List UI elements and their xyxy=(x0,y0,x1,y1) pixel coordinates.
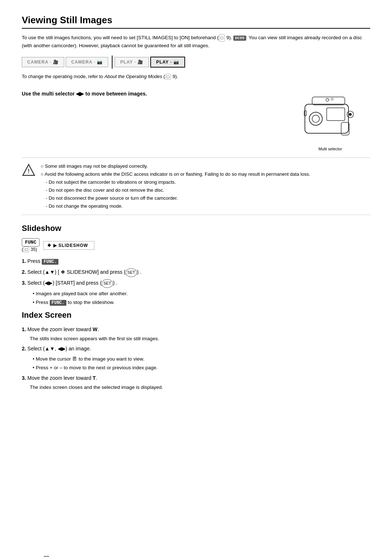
func-ref: (□ 35) xyxy=(22,247,40,252)
camera-photo-label: CAMERA · 📷 xyxy=(71,60,103,65)
index-step-3: 3. Move the zoom lever toward T. xyxy=(22,374,370,383)
mode-btn-play-video[interactable]: PLAY · 🎥 xyxy=(115,57,149,67)
warning-bullet-2: Do not open the disc cover and do not re… xyxy=(46,186,310,194)
warning-icon: ! xyxy=(22,163,36,177)
svg-text:!: ! xyxy=(28,168,29,174)
slideshow-bullets: Images are played back one after another… xyxy=(33,289,370,307)
warning-note-1: Some still images may not be displayed c… xyxy=(41,162,310,170)
slideshow-arrow-box: ❖ ▶ SLIDESHOW xyxy=(43,241,94,250)
index-bullet-2: Press + or – to move to the next or prev… xyxy=(33,363,370,372)
warning-note-2: Avoid the following actions while the DI… xyxy=(41,170,310,178)
index-steps: 1. Move the zoom lever toward W. The sti… xyxy=(22,325,370,390)
page-number: 28 xyxy=(44,555,49,557)
index-step-1-sub: The stills index screen appears with the… xyxy=(30,336,370,341)
mode-buttons-row: CAMERA · 🎥 CAMERA · 📷 PLAY · 🎥 PLAY · 📷 xyxy=(22,56,370,69)
slideshow-steps: 1. Press FUNC. 2. Select (▲▼) [ ❖ SLIDES… xyxy=(22,257,370,307)
mode-btn-camera-photo[interactable]: CAMERA · 📷 xyxy=(66,57,108,67)
play-photo-label: PLAY · 📷 xyxy=(156,60,179,65)
camera-video-label: CAMERA · 🎥 xyxy=(27,60,59,65)
warning-box: ! Some still images may not be displayed… xyxy=(22,158,370,215)
camcorder-svg xyxy=(294,86,367,144)
svg-point-1 xyxy=(309,112,322,125)
slideshow-bullet-1: Images are played back one after another… xyxy=(33,289,370,298)
index-screen-title: Index Screen xyxy=(22,310,370,320)
warning-content: Some still images may not be displayed c… xyxy=(41,162,310,211)
func-box[interactable]: FUNC xyxy=(22,238,40,247)
index-step-2: 2. Select (▲▼, ◀▶) an image. xyxy=(22,344,370,353)
warning-bullet-4: Do not change the operating mode. xyxy=(46,202,310,210)
index-step-2-bullets: Move the cursor 🖹 to the image you want … xyxy=(33,355,370,373)
func-inline-stop: FUNC. xyxy=(50,300,66,306)
svg-point-9 xyxy=(331,98,333,100)
multi-selector-section: Use the multi selector ◀▶ to move betwee… xyxy=(22,86,370,151)
svg-point-2 xyxy=(312,115,319,122)
slideshow-section: Slideshow FUNC (□ 35) ❖ ▶ SLIDESHOW 1. P… xyxy=(22,224,370,307)
dc95-badge: DC95 xyxy=(233,36,246,41)
intro-paragraph: To use the still images functions, you w… xyxy=(22,34,370,50)
change-mode-text: To change the operating mode, refer to A… xyxy=(22,74,370,80)
set-btn-2: SET xyxy=(126,268,137,277)
multi-selector-text: Use the multi selector ◀▶ to move betwee… xyxy=(22,86,283,98)
svg-rect-3 xyxy=(327,108,345,121)
slideshow-step-1: 1. Press FUNC. xyxy=(22,257,370,266)
mode-divider xyxy=(112,56,113,69)
index-screen-section: Index Screen 1. Move the zoom lever towa… xyxy=(22,310,370,390)
page-title: Viewing Still Images xyxy=(22,15,370,29)
play-video-label: PLAY · 🎥 xyxy=(120,60,143,65)
set-btn-3: SET xyxy=(102,279,113,288)
svg-point-8 xyxy=(326,98,329,101)
mode-btn-play-photo[interactable]: PLAY · 📷 xyxy=(150,57,185,68)
index-bullet-1: Move the cursor 🖹 to the image you want … xyxy=(33,355,370,363)
camcorder-label: Multi selector xyxy=(290,147,370,151)
slideshow-title: Slideshow xyxy=(22,224,370,233)
camcorder-diagram: Multi selector xyxy=(290,86,370,151)
index-step-3-sub: The index screen closes and the selected… xyxy=(30,385,370,390)
func-row: FUNC (□ 35) ❖ ▶ SLIDESHOW xyxy=(22,238,370,252)
warning-bullet-3: Do not disconnect the power source or tu… xyxy=(46,194,310,202)
mode-btn-camera-video[interactable]: CAMERA · 🎥 xyxy=(22,57,64,67)
warning-bullets: Do not subject the camcorder to vibratio… xyxy=(46,178,310,210)
svg-point-7 xyxy=(349,113,352,116)
slideshow-step-2: 2. Select (▲▼) [ ❖ SLIDESHOW] and press … xyxy=(22,268,370,277)
func-inline-1: FUNC. xyxy=(42,259,58,265)
slideshow-bullet-2: Press FUNC. to stop the slideshow. xyxy=(33,298,370,307)
index-step-1: 1. Move the zoom lever toward W. xyxy=(22,325,370,334)
slideshow-step-3: 3. Select (◀▶) [START] and press (SET) . xyxy=(22,278,370,288)
warning-bullet-1: Do not subject the camcorder to vibratio… xyxy=(46,178,310,186)
